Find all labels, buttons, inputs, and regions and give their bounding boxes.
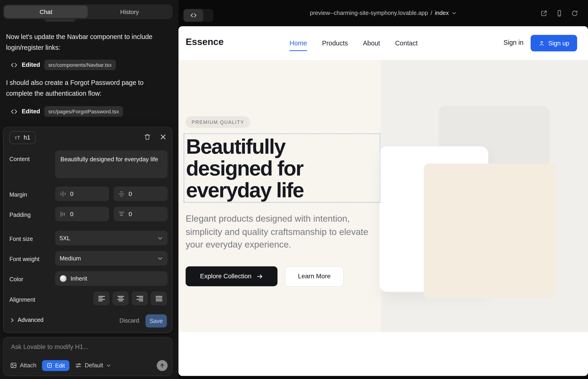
attach-button[interactable]: Attach <box>10 362 36 369</box>
site-logo[interactable]: Essence <box>186 36 224 47</box>
alignment-buttons <box>93 292 167 306</box>
close-icon[interactable] <box>159 132 168 141</box>
image-icon <box>10 362 17 369</box>
font-size-label: Font size <box>9 236 33 242</box>
url-page: index <box>435 10 449 16</box>
margin-x-input[interactable]: 0 <box>55 187 109 201</box>
padding-label: Padding <box>9 211 31 218</box>
padding-x-value: 0 <box>70 211 74 217</box>
edited-file-row: Edited src/pages/ForgotPassword.tsx <box>11 106 123 117</box>
chat-input[interactable] <box>11 343 164 356</box>
browser-actions <box>540 0 578 26</box>
advanced-label: Advanced <box>18 316 44 323</box>
chat-composer: Attach Edit Default <box>3 337 172 376</box>
edit-mode-button[interactable]: Edit <box>42 360 69 371</box>
tab-chat[interactable]: Chat <box>4 6 88 18</box>
margin-y-input[interactable]: 0 <box>113 187 167 201</box>
heading-line: everyday life <box>186 179 303 201</box>
nav-link-about[interactable]: About <box>363 39 380 47</box>
open-external-icon[interactable] <box>540 10 547 17</box>
color-swatch <box>60 275 67 282</box>
chevron-right-icon <box>9 317 15 323</box>
site-preview: Essence Home Products About Contact Sign… <box>178 26 588 376</box>
margin-horizontal-icon <box>60 190 66 197</box>
nav-link-products[interactable]: Products <box>322 39 348 47</box>
edit-label: Edit <box>55 362 65 369</box>
chevron-down-icon <box>106 363 111 368</box>
site-navbar: Essence Home Products About Contact Sign… <box>178 26 588 60</box>
align-left-button[interactable] <box>93 292 109 306</box>
edited-label: Edited <box>22 62 40 68</box>
explore-collection-button[interactable]: Explore Collection <box>186 266 278 286</box>
selected-element-outline[interactable]: Beautifully designed for everyday life <box>184 134 380 203</box>
chat-history-tabs: Chat History <box>3 5 172 19</box>
learn-more-button[interactable]: Learn More <box>285 266 343 286</box>
element-tag-label: h1 <box>24 134 30 141</box>
margin-label: Margin <box>9 191 27 198</box>
assistant-message: I should also create a Forgot Password p… <box>6 77 170 99</box>
align-right-button[interactable] <box>132 292 148 306</box>
code-view-toggle <box>184 9 214 22</box>
chevron-down-icon <box>157 255 163 261</box>
margin-x-value: 0 <box>70 190 74 197</box>
margin-vertical-icon <box>118 190 125 197</box>
edit-select-icon <box>46 363 52 368</box>
code-toggle-button[interactable] <box>184 9 203 22</box>
decorative-shape-beige <box>424 164 556 298</box>
chevron-down-icon <box>157 235 163 241</box>
mobile-view-icon[interactable] <box>556 10 563 17</box>
sign-up-label: Sign up <box>548 40 569 47</box>
padding-y-value: 0 <box>129 211 132 217</box>
font-size-select[interactable]: 5XL <box>55 231 168 245</box>
padding-y-input[interactable]: 0 <box>113 207 167 221</box>
hero-section: PREMIUM QUALITY Beautifully designed for… <box>178 60 588 332</box>
align-center-button[interactable] <box>113 292 129 306</box>
site-lower-section <box>178 332 588 376</box>
save-button[interactable]: Save <box>145 314 167 327</box>
explore-label: Explore Collection <box>200 272 251 280</box>
padding-horizontal-icon <box>60 211 66 217</box>
refresh-icon[interactable] <box>571 10 578 17</box>
attach-label: Attach <box>20 362 36 369</box>
url-bar[interactable]: preview--charming-site-symphony.lovable.… <box>310 10 457 16</box>
sign-in-link[interactable]: Sign in <box>503 39 524 46</box>
content-input[interactable]: Beautifully designed for everyday life <box>55 151 168 178</box>
hero-cta-row: Explore Collection Learn More <box>186 266 343 286</box>
send-button[interactable] <box>157 360 168 371</box>
delete-element-button[interactable] <box>143 132 152 141</box>
padding-x-input[interactable]: 0 <box>55 207 109 221</box>
sign-up-button[interactable]: Sign up <box>531 35 577 51</box>
chevron-down-icon <box>451 11 457 16</box>
file-chip[interactable]: src/pages/ForgotPassword.tsx <box>44 106 123 117</box>
tab-history[interactable]: History <box>88 6 171 18</box>
font-weight-select[interactable]: Medium <box>55 251 168 266</box>
discard-button[interactable]: Discard <box>120 317 139 324</box>
color-input[interactable]: Inherit <box>55 271 168 286</box>
margin-y-value: 0 <box>129 190 132 197</box>
edited-file-row: Edited src/components/Navbar.tsx <box>11 59 116 70</box>
code-icon <box>11 61 18 68</box>
mode-label: Default <box>85 362 103 369</box>
hero-paragraph[interactable]: Elegant products designed with intention… <box>186 212 372 251</box>
url-separator: / <box>431 10 432 16</box>
lovable-workspace: Chat History Now let's update the Navbar… <box>0 0 588 379</box>
code-icon <box>11 108 18 115</box>
color-label: Color <box>9 276 23 283</box>
nav-link-home[interactable]: Home <box>289 39 307 47</box>
heading-line: designed for <box>186 158 303 179</box>
mode-select[interactable]: Default <box>75 362 111 369</box>
align-justify-button[interactable] <box>151 292 167 306</box>
advanced-toggle[interactable]: Advanced <box>9 316 44 323</box>
chat-panel: Chat History Now let's update the Navbar… <box>0 0 178 379</box>
sliders-icon <box>75 362 82 369</box>
hero-heading[interactable]: Beautifully designed for everyday life <box>186 136 303 201</box>
site-nav-links: Home Products About Contact <box>289 26 418 60</box>
selected-element-tag[interactable]: тT h1 <box>9 131 35 144</box>
nav-link-contact[interactable]: Contact <box>395 39 418 47</box>
heading-line: Beautifully <box>186 136 303 158</box>
composer-toolbar: Attach Edit Default <box>10 360 168 371</box>
file-chip[interactable]: src/components/Navbar.tsx <box>44 60 116 70</box>
content-label: Content <box>9 156 30 162</box>
assistant-message: Now let's update the Navbar component to… <box>6 32 170 53</box>
url-host: preview--charming-site-symphony.lovable.… <box>310 10 428 16</box>
